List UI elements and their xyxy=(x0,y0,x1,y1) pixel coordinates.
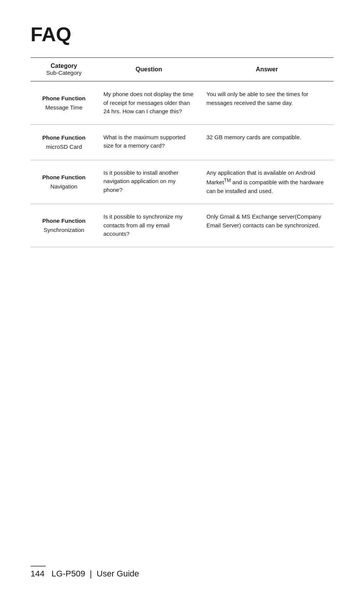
table-row: Phone FunctionSynchronizationIs it possi… xyxy=(31,204,333,247)
cell-answer-0: You will only be able to see the times f… xyxy=(200,81,333,124)
cell-question-3: Is it possible to synchronize my contact… xyxy=(97,204,200,247)
cell-answer-2: Any application that is available on And… xyxy=(200,160,333,204)
table-row: Phone FunctionNavigationIs it possible t… xyxy=(31,160,333,204)
faq-table: Category Sub-Category Question Answer Ph… xyxy=(31,57,333,247)
cat-main: Phone Function xyxy=(37,173,91,182)
footer-separator: | xyxy=(90,569,92,578)
cat-sub: Message Time xyxy=(37,103,91,112)
cell-question-1: What is the maximum supported size for a… xyxy=(97,124,200,160)
cell-question-0: My phone does not display the time of re… xyxy=(97,81,200,124)
cat-main: Phone Function xyxy=(37,133,91,142)
cat-sub: microSD Card xyxy=(37,142,91,151)
cell-category-0: Phone FunctionMessage Time xyxy=(31,81,97,124)
cat-main: Phone Function xyxy=(37,216,91,225)
footer-line xyxy=(31,566,46,567)
table-row: Phone FunctionmicroSD CardWhat is the ma… xyxy=(31,124,333,160)
header-question: Question xyxy=(97,58,200,81)
footer-text: 144 LG-P509 | User Guide xyxy=(31,569,139,579)
cell-answer-3: Only Gmail & MS Exchange server(Company … xyxy=(200,204,333,247)
cell-category-3: Phone FunctionSynchronization xyxy=(31,204,97,247)
header-category: Category Sub-Category xyxy=(31,58,97,81)
cat-main: Phone Function xyxy=(37,94,91,103)
cell-question-2: Is it possible to install another naviga… xyxy=(97,160,200,204)
table-row: Phone FunctionMessage TimeMy phone does … xyxy=(31,81,333,124)
cat-sub: Synchronization xyxy=(37,225,91,235)
cell-category-1: Phone FunctionmicroSD Card xyxy=(31,124,97,160)
cat-sub: Navigation xyxy=(37,182,91,191)
cell-answer-1: 32 GB memory cards are compatible. xyxy=(200,124,333,160)
cell-category-2: Phone FunctionNavigation xyxy=(31,160,97,204)
page-title: FAQ xyxy=(31,23,333,46)
guide-label: User Guide xyxy=(97,569,139,578)
footer: 144 LG-P509 | User Guide xyxy=(31,566,333,579)
header-answer: Answer xyxy=(200,58,333,81)
device-name: LG-P509 xyxy=(52,569,85,578)
page-number: 144 xyxy=(31,569,45,578)
